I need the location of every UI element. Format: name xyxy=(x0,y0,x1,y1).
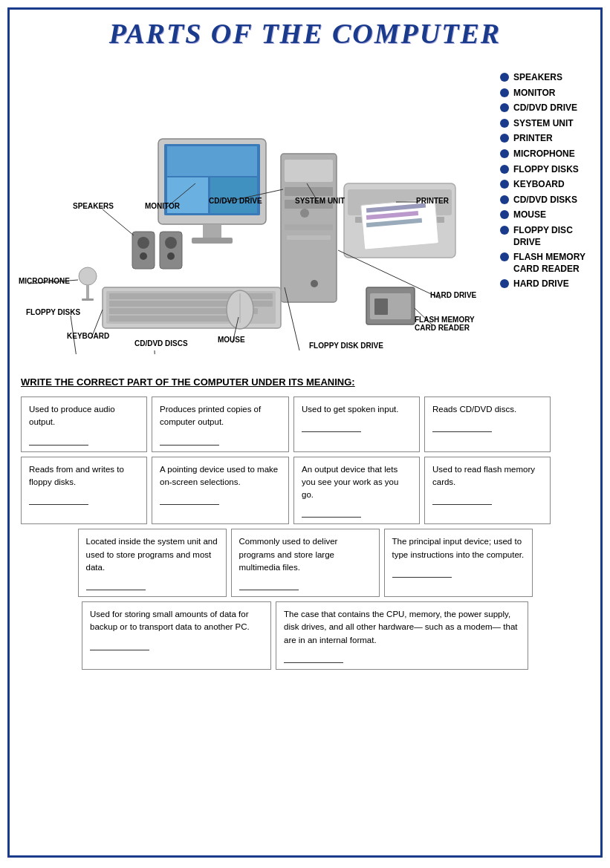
answer-line-10[interactable] xyxy=(239,578,299,590)
legend-item-mouse: MOUSE xyxy=(500,209,593,221)
svg-point-12 xyxy=(300,209,309,218)
outer-border: PARTS OF THE COMPUTER xyxy=(7,7,603,858)
legend-label-flash-memory: FLASH MEMORYCARD READER xyxy=(513,252,585,275)
legend-label-speakers: SPEAKERS xyxy=(513,72,562,84)
svg-rect-13 xyxy=(285,224,333,230)
legend-label-floppy-disc-drive: FLOPPY DISC DRIVE xyxy=(513,225,593,248)
bullet-mouse xyxy=(500,210,509,219)
answer-box-11: The principal input device; used to type… xyxy=(384,529,533,597)
bullet-monitor xyxy=(500,88,509,97)
label-mouse: MOUSE xyxy=(218,336,245,344)
legend-label-cddvd-drive: CD/DVD DRIVE xyxy=(513,102,577,114)
legend-item-floppy-disc-drive: FLOPPY DISC DRIVE xyxy=(500,225,593,248)
bullet-floppy-disc-drive xyxy=(500,226,509,235)
legend-item-printer: PRINTER xyxy=(500,133,593,145)
diagram-section: SPEAKERS MONITOR CD/DVD DRIVE SYSTEM UNI… xyxy=(17,57,593,369)
legend-label-cddvd-disks: CD/DVD DISKS xyxy=(513,195,577,206)
bullet-speakers xyxy=(500,73,509,82)
answer-line-6[interactable] xyxy=(160,493,219,505)
answer-line-4[interactable] xyxy=(432,420,492,432)
answer-box-5: Reads from and writes to floppy disks. xyxy=(21,457,147,525)
label-cddvd-drive: CD/DVD DRIVE xyxy=(209,197,262,205)
svg-rect-47 xyxy=(86,285,89,300)
answer-line-8[interactable] xyxy=(432,493,492,505)
box-text-13: The case that contains the CPU, memory, … xyxy=(284,610,517,645)
bullet-system-unit xyxy=(500,119,509,128)
box-text-8: Used to read flash memory cards. xyxy=(432,465,535,486)
box-text-6: A pointing device used to make on-screen… xyxy=(160,465,278,486)
answer-box-7: An output device that lets you see your … xyxy=(293,457,420,525)
legend-label-monitor: MONITOR xyxy=(513,88,555,99)
legend-item-hard-drive: HARD DRIVE xyxy=(500,278,593,290)
diagram-area: SPEAKERS MONITOR CD/DVD DRIVE SYSTEM UNI… xyxy=(17,57,493,369)
box-text-5: Reads from and writes to floppy disks. xyxy=(29,465,124,486)
answer-box-2: Produces printed copies of computer outp… xyxy=(152,397,289,452)
legend-item-system-unit: SYSTEM UNIT xyxy=(500,118,593,130)
legend-item-monitor: MONITOR xyxy=(500,88,593,99)
answer-box-4: Reads CD/DVD discs. xyxy=(424,397,551,452)
box-text-10: Commonly used to deliver programs and st… xyxy=(239,537,338,572)
legend-label-system-unit: SYSTEM UNIT xyxy=(513,118,574,130)
label-microphone: MICROPHONE xyxy=(19,277,70,285)
label-floppy-disks: FLOPPY DISKS xyxy=(26,308,80,316)
answer-line-7[interactable] xyxy=(302,506,361,518)
svg-line-57 xyxy=(155,350,157,354)
bullet-printer xyxy=(500,134,509,143)
svg-point-18 xyxy=(140,252,147,260)
box-text-7: An output device that lets you see your … xyxy=(302,465,398,500)
svg-point-15 xyxy=(311,280,318,287)
label-printer: PRINTER xyxy=(416,197,449,205)
legend-item-flash-memory: FLASH MEMORYCARD READER xyxy=(500,252,593,275)
bullet-microphone xyxy=(500,149,509,158)
svg-rect-14 xyxy=(287,235,331,240)
box-text-2: Produces printed copies of computer outp… xyxy=(160,405,261,426)
answer-line-11[interactable] xyxy=(392,566,452,578)
answer-line-13[interactable] xyxy=(284,651,343,663)
answer-line-1[interactable] xyxy=(29,434,88,446)
answer-line-3[interactable] xyxy=(302,420,361,432)
legend-item-keyboard: KEYBOARD xyxy=(500,179,593,191)
legend-label-printer: PRINTER xyxy=(513,133,553,145)
answer-line-2[interactable] xyxy=(160,434,219,446)
bullet-cddvd-drive xyxy=(500,103,509,112)
answer-box-9: Located inside the system unit and used … xyxy=(78,529,227,597)
svg-rect-6 xyxy=(203,224,221,239)
bullet-floppy-disks xyxy=(500,165,509,174)
svg-point-21 xyxy=(167,252,175,260)
answer-box-8: Used to read flash memory cards. xyxy=(424,457,551,525)
legend-item-cddvd-disks: CD/DVD DISKS xyxy=(500,195,593,206)
legend-item-floppy-disks: FLOPPY DISKS xyxy=(500,164,593,176)
answer-box-6: A pointing device used to make on-screen… xyxy=(152,457,289,525)
answer-box-1: Used to produce audio output. xyxy=(21,397,147,452)
label-hard-drive: HARD DRIVE xyxy=(430,291,476,299)
legend-item-speakers: SPEAKERS xyxy=(500,72,593,84)
legend-label-microphone: MICROPHONE xyxy=(513,149,575,160)
label-monitor: MONITOR xyxy=(145,202,180,210)
answer-line-5[interactable] xyxy=(29,493,88,505)
svg-point-20 xyxy=(165,237,177,249)
box-text-1: Used to produce audio output. xyxy=(29,405,115,426)
legend-label-floppy-disks: FLOPPY DISKS xyxy=(513,164,579,176)
svg-line-49 xyxy=(103,209,134,235)
answer-box-13: The case that contains the CPU, memory, … xyxy=(276,601,528,670)
answer-box-10: Commonly used to deliver programs and st… xyxy=(231,529,380,597)
label-keyboard: KEYBOARD xyxy=(67,332,109,340)
answer-line-9[interactable] xyxy=(86,578,146,590)
answer-box-3: Used to get spoken input. xyxy=(293,397,420,452)
page-title: PARTS OF THE COMPUTER xyxy=(17,17,593,50)
svg-rect-45 xyxy=(374,298,388,315)
svg-rect-5 xyxy=(210,177,257,213)
bullet-flash-memory xyxy=(500,252,509,261)
answer-line-12[interactable] xyxy=(90,639,149,650)
label-flash-memory: FLASH MEMORYCARD READER xyxy=(415,316,475,332)
bullet-keyboard xyxy=(500,180,509,189)
label-floppy-disk-drive: FLOPPY DISK DRIVE xyxy=(309,342,383,350)
legend: SPEAKERS MONITOR CD/DVD DRIVE SYSTEM UNI… xyxy=(493,57,593,369)
legend-label-mouse: MOUSE xyxy=(513,209,546,221)
label-cddvd-discs: CD/DVD DISCS xyxy=(134,339,188,347)
box-text-9: Located inside the system unit and used … xyxy=(86,537,218,572)
svg-rect-9 xyxy=(285,160,333,182)
box-text-11: The principal input device; used to type… xyxy=(392,537,525,558)
label-speakers: SPEAKERS xyxy=(73,202,114,210)
svg-point-46 xyxy=(79,267,97,285)
